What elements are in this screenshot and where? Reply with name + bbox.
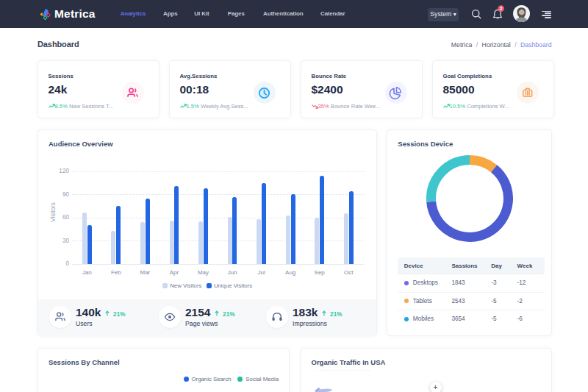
svg-text:2: 2 [500,6,503,11]
